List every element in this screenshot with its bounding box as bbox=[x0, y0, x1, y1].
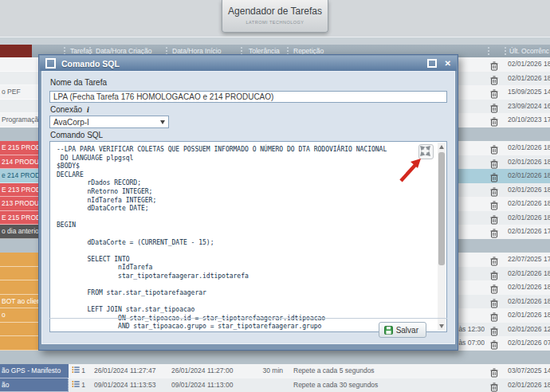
trash-icon bbox=[490, 312, 498, 322]
comando-sql-dialog: Comando SQL ✕ Nome da Tarefa Conexãoi Av… bbox=[38, 54, 458, 351]
delete-task-button[interactable] bbox=[490, 158, 500, 167]
column-divider[interactable] bbox=[505, 47, 506, 55]
save-button[interactable]: Salvar bbox=[379, 322, 426, 338]
ultima-ocorrencia-cell: 02/01/2026 18:0 bbox=[508, 169, 550, 183]
trash-icon bbox=[490, 76, 498, 85]
inicio-cell: 09/01/2024 11:13:00 bbox=[171, 378, 243, 392]
dialog-titlebar[interactable]: Comando SQL ✕ bbox=[40, 56, 457, 71]
dialog-body: Nome da Tarefa Conexãoi AvaCorp-I Comand… bbox=[41, 71, 455, 344]
delete-task-button[interactable] bbox=[490, 186, 500, 195]
criacao-cell: 09/01/2024 11:13:53 bbox=[94, 378, 170, 392]
delete-task-button[interactable] bbox=[490, 88, 500, 97]
sql-scrollbar[interactable] bbox=[438, 143, 446, 331]
delete-task-button[interactable] bbox=[490, 199, 500, 209]
ultima-ocorrencia-cell: 02/01/2026 18:0 bbox=[508, 197, 550, 211]
ultima-ocorrencia-cell: 02/01/2026 17:4 bbox=[508, 225, 550, 239]
expand-editor-button[interactable] bbox=[418, 144, 434, 159]
delete-task-button[interactable] bbox=[490, 381, 500, 390]
header-red-block bbox=[0, 45, 32, 57]
delete-task-button[interactable] bbox=[490, 102, 500, 112]
app-title: Agendador de Tarefas bbox=[222, 6, 328, 17]
trash-icon bbox=[490, 327, 498, 336]
task-name-cell[interactable]: ão GPS - Manifesto bbox=[0, 364, 69, 378]
delete-task-button[interactable] bbox=[490, 325, 500, 335]
delete-task-button[interactable] bbox=[490, 74, 500, 84]
task-name-cell[interactable]: ão bbox=[0, 378, 69, 392]
trash-icon bbox=[490, 145, 498, 155]
ultima-ocorrencia-cell: 02/01/2026 18:0 bbox=[508, 183, 550, 198]
table-separator-row bbox=[0, 351, 550, 365]
tolerancia-cell: 30 min bbox=[239, 364, 283, 378]
nome-da-tarefa-label: Nome da Tarefa bbox=[50, 78, 447, 87]
delete-task-button[interactable] bbox=[490, 214, 500, 223]
trash-icon bbox=[490, 229, 498, 238]
ultima-ocorrencia-cell: 02/01/2026 18:0 bbox=[508, 267, 550, 281]
app-title-box: Agendador de Tarefas LATROMI TECHNOLOGY bbox=[222, 0, 328, 33]
repeticao-cell: Repete a cada 5 segundos bbox=[293, 364, 453, 378]
column-divider[interactable] bbox=[488, 47, 489, 55]
trash-icon bbox=[490, 201, 498, 210]
delete-task-button[interactable] bbox=[490, 283, 500, 292]
info-icon: i bbox=[87, 105, 89, 114]
ultima-ocorrencia-cell: 02/01/2026 18:0 bbox=[508, 295, 550, 309]
trash-icon bbox=[490, 215, 498, 225]
save-button-label: Salvar bbox=[396, 326, 418, 335]
inicio-cell: 26/01/2024 11:27:00 bbox=[171, 364, 243, 378]
scrollbar-thumb[interactable] bbox=[438, 152, 445, 265]
delete-task-button[interactable] bbox=[490, 339, 500, 348]
ultima-ocorrencia-cell: 02/01/2026 18:0 bbox=[508, 141, 550, 155]
trash-icon bbox=[490, 173, 498, 182]
trash-icon bbox=[490, 340, 498, 350]
top-application-bar: Agendador de Tarefas LATROMI TECHNOLOGY bbox=[0, 0, 550, 37]
trash-icon bbox=[490, 368, 498, 378]
trash-icon bbox=[490, 271, 498, 280]
dialog-title: Comando SQL bbox=[61, 59, 419, 69]
delete-task-button[interactable] bbox=[490, 227, 500, 237]
ultima-ocorrencia-cell: 20/10/2023 17:0 bbox=[508, 113, 550, 127]
delete-task-button[interactable] bbox=[490, 297, 500, 307]
trash-icon bbox=[490, 187, 498, 197]
trash-icon bbox=[490, 104, 498, 113]
dialog-footer: Salvar bbox=[49, 318, 447, 339]
trash-icon bbox=[490, 299, 498, 308]
connection-selected-value: AvaCorp-I bbox=[53, 118, 89, 127]
delete-task-button[interactable] bbox=[490, 116, 500, 125]
connection-select[interactable]: AvaCorp-I bbox=[49, 116, 169, 128]
expand-arrows-icon bbox=[419, 145, 431, 157]
sql-command-textarea[interactable]: --LPA PARA VERIFICAR COLETAS QUE POSSUEM… bbox=[49, 141, 447, 332]
trash-icon bbox=[490, 61, 498, 71]
close-icon[interactable]: ✕ bbox=[445, 60, 451, 68]
delete-task-button[interactable] bbox=[490, 269, 500, 279]
delete-task-button[interactable] bbox=[490, 143, 500, 153]
ultima-ocorrencia-cell: 02/01/2026 18:0 bbox=[508, 155, 550, 170]
trash-icon bbox=[490, 117, 498, 127]
ultima-ocorrencia-cell: 15/09/2025 14:3 bbox=[508, 85, 550, 100]
trash-icon bbox=[490, 89, 498, 99]
ultima-ocorrencia-cell: 02/01/2026 18:0 bbox=[508, 57, 550, 72]
ultima-ocorrencia-cell: 03/07/2025 14:0 bbox=[508, 364, 550, 378]
save-floppy-icon bbox=[384, 326, 393, 335]
task-name-input[interactable] bbox=[49, 91, 447, 103]
trash-icon bbox=[490, 284, 498, 294]
ultima-ocorrencia-cell: 02/01/2026 07:0 bbox=[508, 336, 550, 351]
task-list-icon bbox=[72, 366, 80, 374]
app-subtitle: LATROMI TECHNOLOGY bbox=[222, 20, 328, 25]
ultima-ocorrencia-cell: 02/01/2026 18:0 bbox=[508, 72, 550, 86]
table-row[interactable]: ão 109/01/2024 11:13:5309/01/2024 11:13:… bbox=[0, 378, 550, 392]
delete-task-button[interactable] bbox=[490, 367, 500, 376]
delete-task-button[interactable] bbox=[490, 171, 500, 181]
task-count-cell: 1 bbox=[72, 378, 92, 392]
scroll-up-icon[interactable] bbox=[439, 145, 444, 149]
task-list-icon bbox=[72, 380, 80, 388]
column-header-ocorrencia[interactable]: Últ. Ocorrênc bbox=[509, 45, 549, 57]
trash-icon bbox=[490, 382, 498, 392]
delete-task-button[interactable] bbox=[490, 311, 500, 320]
chevron-down-icon bbox=[160, 120, 165, 124]
comando-sql-label: Comando SQL bbox=[50, 131, 447, 139]
table-row[interactable]: ão GPS - Manifesto 126/01/2024 11:27:472… bbox=[0, 364, 550, 378]
maximize-icon[interactable] bbox=[427, 59, 437, 68]
delete-task-button[interactable] bbox=[490, 60, 500, 69]
trash-icon bbox=[490, 257, 498, 266]
delete-task-button[interactable] bbox=[490, 255, 500, 265]
task-count-cell: 1 bbox=[72, 364, 92, 378]
